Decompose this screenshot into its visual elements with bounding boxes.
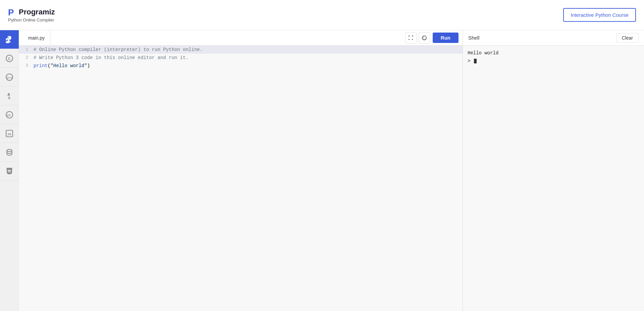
code-editor[interactable]: 1 # Online Python compiler (interpreter)… (19, 46, 463, 311)
programiz-logo-icon: P (8, 7, 17, 17)
dark-mode-button[interactable] (419, 32, 430, 44)
sidebar-item-csharp[interactable]: C# (0, 105, 19, 124)
code-line-3: 3 print("Hello world") (19, 62, 463, 70)
shell-prompt: > (468, 57, 470, 65)
fullscreen-button[interactable] (405, 32, 417, 44)
shell-label: Shell (468, 35, 616, 41)
svg-text:JS: JS (7, 132, 11, 136)
html-icon (5, 167, 14, 175)
sidebar-item-html[interactable] (0, 162, 19, 180)
logo-subtitle: Python Online Compiler (8, 17, 55, 22)
svg-point-9 (7, 149, 12, 152)
code-lines: 1 # Online Python compiler (interpreter)… (19, 46, 463, 70)
sidebar-item-python[interactable] (0, 30, 19, 49)
sql-icon (5, 148, 14, 157)
cpp-icon: C++ (5, 73, 14, 82)
java-icon (5, 92, 14, 100)
svg-text:C: C (8, 57, 10, 61)
line-number-3: 3 (19, 62, 32, 70)
sidebar-item-java[interactable] (0, 87, 19, 105)
file-tab[interactable]: main.py (23, 30, 50, 45)
c-icon: C (5, 54, 14, 63)
sidebar-item-cpp[interactable]: C++ (0, 68, 19, 87)
line-content-2: # Write Python 3 code in this online edi… (32, 54, 463, 62)
sidebar: C C++ C# JS (0, 30, 19, 311)
line-content-1: # Online Python compiler (interpreter) t… (32, 46, 463, 54)
logo-name: Programiz (19, 8, 55, 16)
sidebar-item-sql[interactable] (0, 143, 19, 162)
code-line-2: 2 # Write Python 3 code in this online e… (19, 54, 463, 62)
line-content-3: print("Hello world") (32, 62, 463, 70)
svg-text:C++: C++ (7, 76, 12, 80)
run-button[interactable]: Run (433, 33, 459, 43)
cursor-block (474, 59, 477, 63)
clear-button[interactable]: Clear (616, 33, 639, 43)
shell-output-line: Hello world (468, 49, 639, 57)
logo-area: P Programiz Python Online Compiler (8, 7, 55, 22)
shell-prompt-line: > (468, 57, 639, 65)
sidebar-item-c[interactable]: C (0, 49, 19, 68)
svg-text:C#: C# (7, 114, 10, 117)
logo-title: P Programiz (8, 7, 55, 17)
csharp-icon: C# (5, 110, 14, 119)
python-icon (5, 35, 14, 44)
main-layout: C C++ C# JS (0, 30, 644, 311)
sidebar-item-js[interactable]: JS (0, 124, 19, 143)
header: P Programiz Python Online Compiler Inter… (0, 0, 644, 30)
editor-panel: main.py Run 1 # Online Python compile (19, 30, 463, 311)
line-number-1: 1 (19, 46, 32, 54)
interactive-course-button[interactable]: Interactive Python Course (563, 8, 636, 22)
editor-toolbar: main.py Run (19, 30, 463, 46)
svg-text:P: P (8, 7, 14, 17)
fullscreen-icon (408, 35, 414, 41)
code-line-1: 1 # Online Python compiler (interpreter)… (19, 46, 463, 54)
shell-panel: Shell Clear Hello world > (463, 30, 644, 311)
line-number-2: 2 (19, 54, 32, 62)
js-icon: JS (5, 129, 14, 138)
shell-toolbar: Shell Clear (463, 30, 644, 46)
dark-mode-icon (422, 35, 427, 41)
shell-output: Hello world > (463, 46, 644, 311)
